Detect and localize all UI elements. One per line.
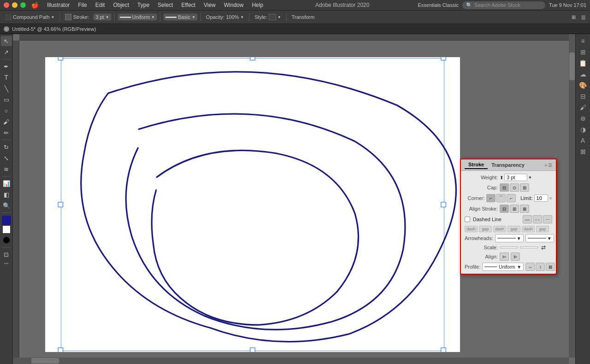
dash-input-1[interactable] xyxy=(465,226,478,232)
zoom-tool[interactable]: 🔍 xyxy=(1,200,12,211)
dashed-line-checkbox[interactable] xyxy=(465,217,470,222)
menu-type[interactable]: Type xyxy=(134,1,153,9)
dash-input-3[interactable] xyxy=(522,226,535,232)
dash-input-2[interactable] xyxy=(493,226,506,232)
menu-select[interactable]: Select xyxy=(154,1,177,9)
pattern-icon[interactable]: ⊠ xyxy=(578,147,589,157)
menu-effect[interactable]: Effect xyxy=(177,1,199,9)
gap-input-1[interactable] xyxy=(479,226,492,232)
align-icon[interactable]: ||| xyxy=(579,13,587,21)
scale-input-end[interactable] xyxy=(520,247,538,248)
limit-close-icon[interactable]: × xyxy=(549,195,552,201)
weight-input[interactable] xyxy=(504,174,527,181)
scrollbar-thumb-h[interactable] xyxy=(31,358,59,364)
control-panel-icon[interactable]: ≡ xyxy=(578,36,589,46)
scrollbar-horizontal[interactable] xyxy=(13,358,569,364)
corner-miter-button[interactable]: ⌐ xyxy=(486,194,496,202)
gap-input-3[interactable] xyxy=(536,226,549,232)
svg-rect-0 xyxy=(61,59,444,351)
transparency-tab[interactable]: Transparency xyxy=(488,161,528,169)
stroke-tab[interactable]: Stroke xyxy=(465,161,488,169)
stock-search[interactable]: 🔍 Search Adobe Stock xyxy=(462,1,545,9)
gradient-tool[interactable]: ◧ xyxy=(1,189,12,200)
pen-tool[interactable]: ✒ xyxy=(1,61,12,71)
corner-round-button[interactable]: ⌒ xyxy=(496,194,506,202)
flip-v-button[interactable]: ↕ xyxy=(536,263,545,271)
stroke-value-dropdown[interactable]: 3 pt ▼ xyxy=(93,13,111,21)
canvas-area[interactable]: Stroke Transparency » ☰ Weight: ⬆ ▼ xyxy=(13,34,575,364)
menu-file[interactable]: File xyxy=(74,1,90,9)
menu-window[interactable]: Window xyxy=(220,1,248,9)
reset-button[interactable]: ⊠ xyxy=(546,263,555,271)
dash-style-1[interactable]: — xyxy=(523,215,532,223)
rect-tool[interactable]: ▭ xyxy=(1,94,12,105)
align-center-button[interactable]: ⊟ xyxy=(500,205,509,213)
properties-icon[interactable]: ⊞ xyxy=(578,47,589,57)
rotate-tool[interactable]: ↻ xyxy=(1,142,12,152)
panel-menu-icon[interactable]: ☰ xyxy=(548,163,552,168)
style-swatch[interactable] xyxy=(269,14,276,20)
scrollbar-vertical[interactable] xyxy=(569,34,575,358)
tab-close-button[interactable]: × xyxy=(4,26,9,32)
brush-tool[interactable]: 🖌 xyxy=(1,117,12,127)
type-icon[interactable]: A xyxy=(578,135,589,146)
canvas-page[interactable] xyxy=(45,57,460,352)
menu-view[interactable]: View xyxy=(200,1,219,9)
warp-tool[interactable]: ≋ xyxy=(1,164,12,174)
transform-button[interactable]: Transform xyxy=(289,13,317,21)
swap-arrows-icon[interactable]: ⇄ xyxy=(541,244,546,251)
artboard-tool[interactable]: ⊡ xyxy=(1,249,12,259)
align-right-button[interactable]: ⊫ xyxy=(511,252,520,261)
menu-illustrator[interactable]: Illustrator xyxy=(43,1,73,9)
arrange-icon[interactable]: ⊞ xyxy=(570,13,578,21)
minimize-button[interactable] xyxy=(12,2,18,8)
graph-tool[interactable]: 📊 xyxy=(1,178,12,188)
ellipse-tool[interactable]: ○ xyxy=(1,106,12,116)
weight-dropdown-arrow[interactable]: ▼ xyxy=(528,176,532,180)
cap-round-button[interactable]: ⊙ xyxy=(510,183,519,192)
swatches-icon[interactable]: ⊟ xyxy=(578,91,589,101)
graphic-styles-icon[interactable]: ◑ xyxy=(578,124,589,135)
layers-icon[interactable]: 📋 xyxy=(578,58,589,68)
limit-input[interactable] xyxy=(534,194,548,202)
dash-style-2[interactable]: - - xyxy=(533,215,542,223)
menu-edit[interactable]: Edit xyxy=(92,1,109,9)
symbols-icon[interactable]: ⊛ xyxy=(578,113,589,123)
workspace-selector[interactable]: Essentials Classic xyxy=(418,2,459,8)
menu-help[interactable]: Help xyxy=(248,1,267,9)
align-left-button[interactable]: ⊨ xyxy=(500,252,509,261)
scale-tool[interactable]: ⤡ xyxy=(1,153,12,163)
menu-object[interactable]: Object xyxy=(109,1,133,9)
direct-select-tool[interactable]: ↗ xyxy=(1,47,12,57)
fill-color[interactable] xyxy=(2,216,11,225)
align-outside-button[interactable]: ⊠ xyxy=(520,205,529,213)
color-icon[interactable] xyxy=(3,237,10,243)
dash-style-3[interactable]: ··· xyxy=(543,215,552,223)
color-icon[interactable]: 🎨 xyxy=(578,80,589,90)
profile-select[interactable]: Uniform ▼ xyxy=(482,263,524,271)
select-tool[interactable]: ↖ xyxy=(1,36,12,46)
stroke-swatch[interactable] xyxy=(65,14,71,20)
brushes-icon[interactable]: 🖌 xyxy=(578,102,589,112)
more-tools[interactable]: ••• xyxy=(3,260,9,267)
pencil-tool[interactable]: ✏ xyxy=(1,128,12,138)
close-button[interactable] xyxy=(4,2,9,8)
uniform-dropdown[interactable]: Uniform ▼ xyxy=(118,13,157,21)
maximize-button[interactable] xyxy=(20,2,26,8)
cap-projecting-button[interactable]: ⊞ xyxy=(520,183,529,192)
gap-input-2[interactable] xyxy=(507,226,520,232)
cap-butt-button[interactable]: ⊟ xyxy=(500,183,509,192)
libraries-icon[interactable]: ☁ xyxy=(578,69,589,79)
align-inside-button[interactable]: ⊞ xyxy=(510,205,519,213)
expand-icon[interactable]: » xyxy=(544,163,547,168)
flip-h-button[interactable]: ↔ xyxy=(525,263,535,271)
arrowhead-end-select[interactable]: ▼ xyxy=(525,234,554,242)
scrollbar-thumb-v[interactable] xyxy=(569,53,575,80)
basic-dropdown[interactable]: Basic ▼ xyxy=(163,13,198,21)
stroke-color[interactable] xyxy=(2,225,11,234)
line-tool[interactable]: ╲ xyxy=(1,83,12,94)
corner-bevel-button[interactable]: ⌐ xyxy=(507,194,516,202)
scale-input-start[interactable] xyxy=(500,247,518,248)
arrowhead-start-select[interactable]: ▼ xyxy=(495,234,524,242)
type-tool[interactable]: T xyxy=(1,72,12,82)
